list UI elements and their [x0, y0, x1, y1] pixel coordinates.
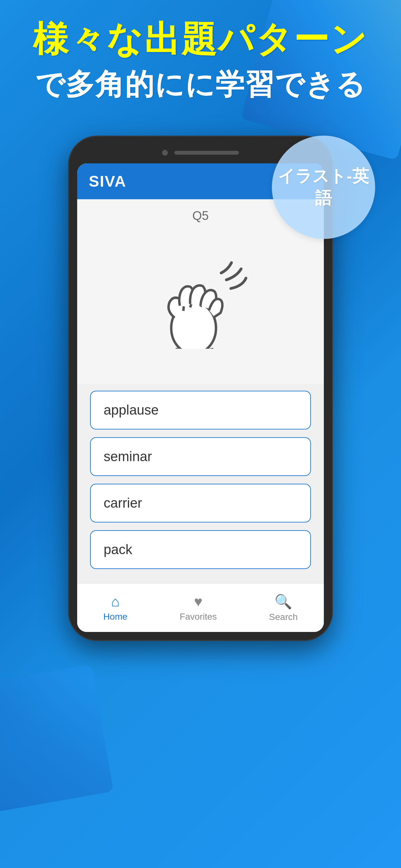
bubble-label: イラスト-英語 [272, 165, 375, 209]
app-title: SIVA [89, 173, 126, 190]
option-text-2: seminar [104, 449, 152, 464]
option-item-1[interactable]: applause [90, 391, 311, 430]
header-subtitle: で多角的にに学習できる [0, 65, 401, 104]
phone-camera-dot [162, 150, 168, 156]
option-text-4: pack [104, 542, 132, 557]
bottom-nav-bar: ⌂ Home ♥ Favorites 🔍 Search [77, 583, 324, 632]
option-text-3: carrier [104, 495, 142, 510]
feature-bubble: イラスト-英語 [272, 135, 375, 239]
nav-label-search: Search [269, 612, 298, 622]
search-icon: 🔍 [274, 593, 292, 610]
clapping-hands-icon [149, 245, 252, 349]
nav-label-home: Home [103, 612, 127, 622]
phone-screen: SIVA Q5 [77, 163, 324, 632]
header-title: 様々な出題パターン [0, 20, 401, 58]
nav-item-favorites[interactable]: ♥ Favorites [166, 590, 229, 625]
option-item-2[interactable]: seminar [90, 437, 311, 476]
phone-speaker-bar [174, 151, 239, 155]
home-icon: ⌂ [111, 593, 120, 610]
quiz-area: Q5 [77, 199, 324, 384]
option-item-4[interactable]: pack [90, 530, 311, 569]
illustration-container [87, 229, 314, 365]
heart-icon: ♥ [194, 593, 203, 610]
header-section: 様々な出題パターン で多角的にに学習できる [0, 20, 401, 104]
options-container: applause seminar carrier pack [77, 384, 324, 583]
nav-label-favorites: Favorites [180, 612, 217, 622]
option-item-3[interactable]: carrier [90, 484, 311, 523]
nav-item-search[interactable]: 🔍 Search [256, 590, 311, 625]
nav-item-home[interactable]: ⌂ Home [90, 590, 141, 625]
option-text-1: applause [104, 402, 158, 417]
paper-fold-decoration-bottom-left [0, 664, 114, 813]
